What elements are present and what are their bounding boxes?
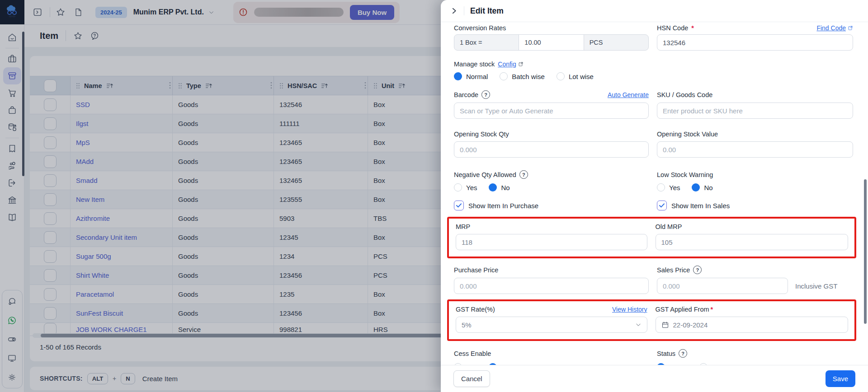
radio-lowstock-yes[interactable]: Yes [657,183,680,191]
old-mrp-input[interactable] [656,234,848,250]
panel-body: Conversion Rates HSN Code* Find Code 1 B… [441,22,868,365]
radio-lot-wise[interactable]: Lot wise [557,72,594,80]
negative-qty-radio-group: Yes No [454,183,649,191]
gst-annotation-box: GST Rate(%) View History GST Applied Fro… [447,299,856,341]
gst-rate-select[interactable]: 5% [456,317,647,333]
conversion-right-unit: PCS [584,35,648,50]
save-button[interactable]: Save [826,370,855,387]
view-history-link[interactable]: View History [612,306,647,313]
conversion-value-input[interactable]: 10.00 [519,35,584,50]
panel-header: Edit Item [441,0,868,22]
required-asterisk: * [691,24,694,32]
opening-stock-qty-input[interactable] [454,141,649,158]
hsn-code-input[interactable] [657,34,853,51]
required-asterisk: * [711,306,713,313]
opening-stock-value-label: Opening Stock Value [657,131,853,138]
purchase-price-label: Purchase Price [454,266,649,274]
conversion-left-unit: 1 Box = [454,35,519,50]
sales-price-help-icon[interactable]: ? [693,266,702,274]
external-link-icon [848,25,853,31]
cancel-button[interactable]: Cancel [453,370,490,387]
chevron-down-icon [635,322,642,328]
mrp-input[interactable] [456,234,647,250]
panel-scrollbar-thumb[interactable] [864,179,867,324]
radio-batch-wise[interactable]: Batch wise [500,72,545,80]
sales-price-input[interactable] [657,278,788,294]
low-stock-warning-label: Low Stock Warning [657,170,853,179]
negative-qty-help-icon[interactable]: ? [519,170,528,179]
sku-input[interactable] [657,103,853,119]
sales-price-label: Sales Price [657,266,690,274]
radio-negative-no[interactable]: No [489,183,509,191]
gst-applied-from-datepicker[interactable]: 22-09-2024 [656,317,848,333]
external-link-icon [518,61,524,67]
radio-negative-yes[interactable]: Yes [454,183,477,191]
barcode-help-icon[interactable]: ? [481,90,490,99]
sku-label: SKU / Goods Code [657,90,853,99]
show-item-purchase-checkbox[interactable]: Show Item In Purchase [454,201,649,210]
barcode-label: Barcode [454,91,478,98]
panel-header-divider [464,6,464,15]
find-code-link[interactable]: Find Code [816,24,853,32]
hsn-code-label: HSN Code [657,24,688,32]
low-stock-radio-group: Yes No [657,183,853,191]
purchase-price-input[interactable] [454,278,649,294]
manage-stock-radio-group: Normal Batch wise Lot wise [454,72,868,80]
panel-footer: Cancel Save [441,365,868,392]
close-panel-chevron-icon[interactable] [450,7,458,15]
panel-title: Edit Item [470,6,504,16]
auto-generate-link[interactable]: Auto Generate [608,91,649,98]
mrp-label: MRP [456,223,647,230]
opening-stock-value-input[interactable] [657,141,853,158]
old-mrp-label: Old MRP [656,223,848,230]
radio-lowstock-no[interactable]: No [692,183,712,191]
conversion-rate-group: 1 Box = 10.00 PCS [454,34,649,51]
radio-normal[interactable]: Normal [454,72,488,80]
mrp-annotation-box: MRP Old MRP [447,217,856,258]
negative-qty-label: Negative Qty Allowed [454,171,516,178]
status-help-icon[interactable]: ? [679,349,687,358]
conversion-rates-label: Conversion Rates [454,24,649,32]
gst-applied-from-label: GST Applied From [656,306,709,313]
show-item-sales-checkbox[interactable]: Show Item In Sales [657,201,853,210]
inclusive-gst-label: Inclusive GST [795,282,837,290]
calendar-icon [661,321,669,329]
manage-stock-label: Manage stock [454,61,495,68]
status-label: Status [657,350,675,357]
config-link[interactable]: Config [498,61,523,68]
cess-enable-label: Cess Enable [454,349,649,358]
edit-item-panel: Edit Item Conversion Rates HSN Code* Fin… [441,0,868,392]
opening-stock-qty-label: Opening Stock Qty [454,131,649,138]
gst-rate-label: GST Rate(%) [456,306,495,313]
barcode-input[interactable] [454,103,649,119]
